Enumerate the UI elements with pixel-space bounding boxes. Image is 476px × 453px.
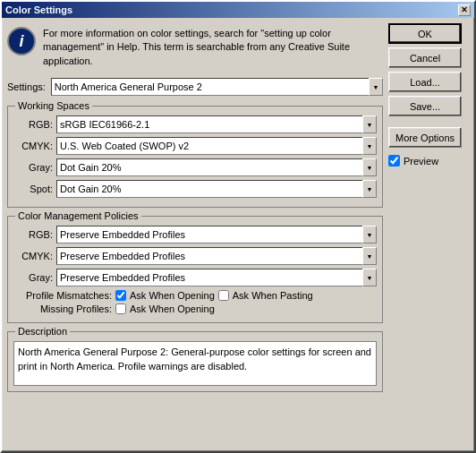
- info-text: For more information on color settings, …: [43, 27, 383, 68]
- cmp-rgb-label: RGB:: [13, 229, 53, 240]
- cmp-gray-row: Gray: Preserve Embedded Profiles Off Con…: [13, 269, 377, 286]
- cancel-button[interactable]: Cancel: [388, 47, 462, 68]
- ask-pasting-label[interactable]: Ask When Pasting: [218, 290, 313, 301]
- left-panel: i For more information on color settings…: [7, 23, 383, 446]
- color-management-title: Color Management Policies: [15, 210, 141, 221]
- cmp-cmyk-select-wrapper: Preserve Embedded Profiles Off Convert t…: [56, 247, 377, 265]
- spot-select[interactable]: Dot Gain 20%: [56, 180, 377, 198]
- description-group: Description North America General Purpos…: [7, 331, 383, 392]
- cmyk-label: CMYK:: [13, 141, 53, 151]
- settings-select-wrapper: North America General Purpose 2 Custom: [51, 78, 383, 96]
- info-icon: i: [7, 27, 36, 56]
- load-button[interactable]: Load...: [388, 72, 462, 92]
- color-management-group: Color Management Policies RGB: Preserve …: [7, 216, 383, 323]
- ask-opening-text: Ask When Opening: [130, 290, 215, 301]
- cmp-cmyk-label: CMYK:: [13, 251, 53, 261]
- cmyk-select-wrapper: U.S. Web Coated (SWOP) v2: [56, 137, 377, 155]
- settings-row: Settings: North America General Purpose …: [7, 76, 383, 98]
- profile-mismatches-label: Profile Mismatches:: [13, 290, 112, 301]
- ok-button[interactable]: OK: [388, 23, 462, 44]
- cmp-gray-label: Gray:: [13, 272, 53, 283]
- spot-select-wrapper: Dot Gain 20%: [56, 180, 377, 198]
- gray-select-wrapper: Dot Gain 20%: [56, 158, 377, 176]
- profile-mismatches-row: Profile Mismatches: Ask When Opening Ask…: [13, 290, 377, 301]
- close-button[interactable]: ✕: [458, 4, 471, 16]
- info-bar: i For more information on color settings…: [7, 23, 383, 72]
- ask-pasting-checkbox[interactable]: [218, 290, 229, 301]
- settings-label: Settings:: [7, 81, 46, 92]
- cmyk-select[interactable]: U.S. Web Coated (SWOP) v2: [56, 137, 377, 155]
- settings-select[interactable]: North America General Purpose 2 Custom: [51, 78, 383, 96]
- gray-select[interactable]: Dot Gain 20%: [56, 158, 377, 176]
- description-text: North America General Purpose 2: General…: [13, 341, 377, 386]
- cmp-cmyk-select[interactable]: Preserve Embedded Profiles Off Convert t…: [56, 247, 377, 265]
- ask-opening-label[interactable]: Ask When Opening: [115, 290, 215, 301]
- ask-opening-checkbox[interactable]: [115, 290, 126, 301]
- spot-row: Spot: Dot Gain 20%: [13, 180, 377, 198]
- cmp-rgb-row: RGB: Preserve Embedded Profiles Off Conv…: [13, 226, 377, 244]
- color-settings-window: Color Settings ✕ i For more information …: [0, 0, 476, 453]
- preview-row: Preview: [388, 155, 469, 167]
- working-spaces-group: Working Spaces RGB: sRGB IEC61966-2.1 CM…: [7, 106, 383, 208]
- missing-ask-opening-label[interactable]: Ask When Opening: [115, 303, 215, 314]
- cmyk-row: CMYK: U.S. Web Coated (SWOP) v2: [13, 137, 377, 155]
- working-spaces-title: Working Spaces: [15, 100, 92, 111]
- cmp-cmyk-row: CMYK: Preserve Embedded Profiles Off Con…: [13, 247, 377, 265]
- preview-label[interactable]: Preview: [388, 155, 438, 167]
- spot-label: Spot:: [13, 184, 53, 194]
- title-bar: Color Settings ✕: [2, 2, 474, 18]
- main-content: i For more information on color settings…: [2, 18, 474, 451]
- missing-ask-opening-checkbox[interactable]: [115, 303, 126, 314]
- missing-ask-opening-text: Ask When Opening: [130, 303, 215, 314]
- rgb-label: RGB:: [13, 119, 53, 130]
- cmp-rgb-select-wrapper: Preserve Embedded Profiles Off Convert t…: [56, 226, 377, 244]
- ask-pasting-text: Ask When Pasting: [233, 290, 313, 301]
- right-panel: OK Cancel Load... Save... More Options P…: [388, 23, 469, 446]
- cmp-gray-select-wrapper: Preserve Embedded Profiles Off Convert t…: [56, 269, 377, 286]
- cmp-gray-select[interactable]: Preserve Embedded Profiles Off Convert t…: [56, 269, 377, 286]
- preview-text: Preview: [404, 156, 438, 167]
- window-title: Color Settings: [5, 4, 72, 15]
- save-button[interactable]: Save...: [388, 96, 462, 116]
- more-options-button[interactable]: More Options: [388, 127, 462, 148]
- working-spaces-fields: RGB: sRGB IEC61966-2.1 CMYK: U.S.: [13, 115, 377, 198]
- preview-checkbox[interactable]: [388, 155, 400, 167]
- cmp-rgb-select[interactable]: Preserve Embedded Profiles Off Convert t…: [56, 226, 377, 244]
- rgb-select-wrapper: sRGB IEC61966-2.1: [56, 115, 377, 133]
- missing-profiles-row: Missing Profiles: Ask When Opening: [13, 303, 377, 314]
- description-title: Description: [15, 326, 70, 337]
- gray-row: Gray: Dot Gain 20%: [13, 158, 377, 176]
- rgb-row: RGB: sRGB IEC61966-2.1: [13, 115, 377, 133]
- rgb-select[interactable]: sRGB IEC61966-2.1: [56, 115, 377, 133]
- gray-label: Gray:: [13, 162, 53, 173]
- missing-profiles-label: Missing Profiles:: [13, 303, 112, 314]
